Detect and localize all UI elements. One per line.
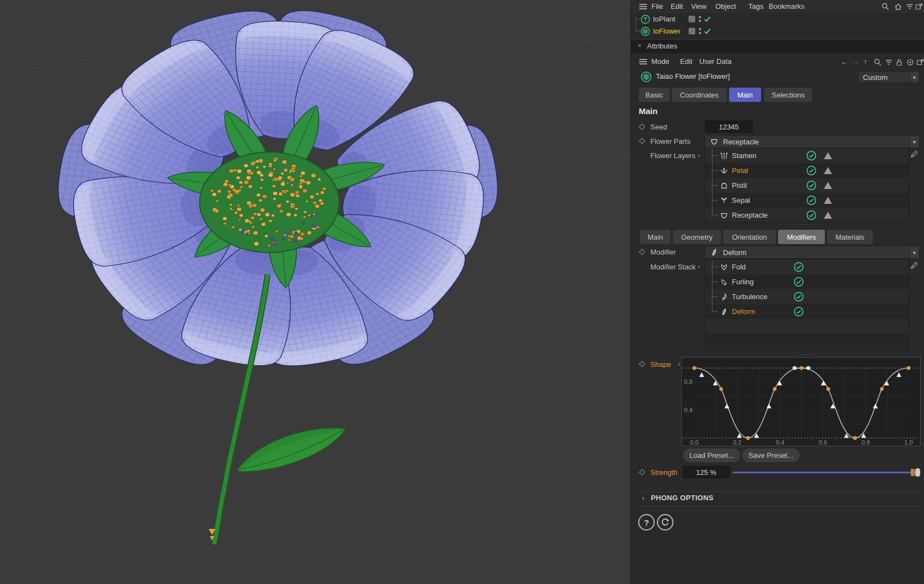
tab-basic[interactable]: Basic xyxy=(639,88,670,102)
help-button[interactable]: ? xyxy=(638,514,655,531)
menu-object[interactable]: Object xyxy=(715,2,736,10)
visibility-dots-icon[interactable] xyxy=(698,27,702,35)
enabled-check-icon[interactable] xyxy=(806,180,817,191)
layer-swatch-icon[interactable] xyxy=(688,15,695,23)
object-row-toplant[interactable]: toPlant xyxy=(631,13,924,25)
modifier-row-deform[interactable]: Deform xyxy=(705,304,909,319)
home-icon[interactable] xyxy=(894,2,903,11)
hamburger-menu-icon[interactable] xyxy=(639,3,648,10)
tab-selections[interactable]: Selections xyxy=(764,88,812,102)
tab-coordinates[interactable]: Coordinates xyxy=(672,88,727,102)
strength-slider-handle[interactable] xyxy=(911,469,915,476)
tab-modifiers[interactable]: Modifiers xyxy=(778,230,825,244)
stamen-icon xyxy=(720,152,729,160)
back-arrow-icon[interactable]: ← xyxy=(840,57,848,66)
svg-text:0.4: 0.4 xyxy=(684,407,692,413)
shape-curve-editor[interactable]: 0.80.40.00.20.40.60.81.0 xyxy=(681,357,921,446)
modifier-row-fold[interactable]: Fold xyxy=(705,259,909,274)
object-manager: toPlant toFlower xyxy=(631,13,924,39)
up-arrow-icon[interactable]: ↑ xyxy=(863,57,867,66)
search-icon[interactable] xyxy=(873,58,882,67)
lock-icon[interactable] xyxy=(895,58,904,67)
save-preset-button[interactable]: Save Preset... xyxy=(742,448,800,462)
menu-bookmarks[interactable]: Bookmarks xyxy=(769,2,805,10)
popout-icon[interactable] xyxy=(916,58,924,67)
panel-resize-handle[interactable]: ······ xyxy=(796,221,815,228)
menu-tags[interactable]: Tags xyxy=(748,2,763,10)
tab-materials[interactable]: Materials xyxy=(827,230,873,244)
modifier-dropdown[interactable]: Deform ▾ xyxy=(705,246,920,259)
menu-file[interactable]: File xyxy=(651,2,663,10)
menu-mode[interactable]: Mode xyxy=(651,57,670,66)
tab-main[interactable]: Main xyxy=(729,88,761,102)
chevron-right-icon[interactable]: › xyxy=(678,360,680,368)
modifier-row-furling[interactable]: Furling xyxy=(705,274,909,289)
enabled-check-icon[interactable] xyxy=(793,291,804,302)
modifier-row-turbulence[interactable]: Turbulence xyxy=(705,289,909,304)
object-name-selected[interactable]: toFlower xyxy=(653,27,681,35)
tab-geometry[interactable]: Geometry xyxy=(673,230,721,244)
object-row-toflower[interactable]: toFlower xyxy=(631,25,924,37)
solo-triangle-icon[interactable] xyxy=(823,196,833,204)
enabled-check-icon[interactable] xyxy=(703,27,711,35)
search-icon[interactable] xyxy=(881,2,890,11)
enabled-check-icon[interactable] xyxy=(793,277,804,287)
enabled-check-icon[interactable] xyxy=(806,210,817,220)
viewport-3d[interactable] xyxy=(0,0,631,584)
pencil-icon[interactable] xyxy=(910,149,919,159)
keyframe-diamond-icon[interactable] xyxy=(639,248,645,255)
layer-row-petal[interactable]: Petal xyxy=(705,163,909,178)
forward-arrow-icon[interactable]: → xyxy=(851,57,859,66)
close-icon[interactable]: × xyxy=(638,42,642,50)
solo-triangle-icon[interactable] xyxy=(823,181,833,190)
solo-triangle-icon[interactable] xyxy=(823,152,833,160)
strength-slider-knob[interactable] xyxy=(915,468,920,477)
tab-main2[interactable]: Main xyxy=(640,230,671,244)
layer-row-stamen[interactable]: Stamen xyxy=(705,148,909,163)
object-name[interactable]: toPlant xyxy=(653,15,675,23)
solo-triangle-icon[interactable] xyxy=(823,166,833,175)
chevron-right-icon[interactable]: › xyxy=(698,263,700,271)
preset-dropdown[interactable]: Custom ▾ xyxy=(858,71,920,83)
enabled-check-icon[interactable] xyxy=(703,15,711,23)
layer-row-receptacle[interactable]: Receptacle xyxy=(705,208,909,223)
keyframe-diamond-icon[interactable] xyxy=(639,138,645,144)
enabled-check-icon[interactable] xyxy=(806,165,817,176)
layer-row-pistil[interactable]: Pistil xyxy=(705,178,909,193)
popout-icon[interactable] xyxy=(915,2,923,11)
strength-slider[interactable] xyxy=(732,472,916,473)
enabled-check-icon[interactable] xyxy=(793,306,804,317)
flower-object-icon xyxy=(640,26,650,36)
flower-parts-dropdown[interactable]: Receptacle ▾ xyxy=(705,135,920,148)
reset-button[interactable] xyxy=(657,514,673,531)
keyframe-diamond-icon[interactable] xyxy=(639,361,645,367)
solo-triangle-icon[interactable] xyxy=(823,211,833,219)
filter-icon[interactable] xyxy=(884,58,893,67)
keyframe-diamond-icon[interactable] xyxy=(639,123,645,129)
modifier-stack-item: Turbulence xyxy=(732,293,768,301)
menu-user-data[interactable]: User Data xyxy=(699,57,732,66)
filter-icon[interactable] xyxy=(905,2,914,11)
phong-options-header[interactable]: PHONG OPTIONS xyxy=(651,494,714,502)
seed-label: Seed xyxy=(650,123,667,131)
menu-edit-attr[interactable]: Edit xyxy=(680,57,692,66)
chevron-right-icon[interactable]: › xyxy=(642,494,644,502)
menu-view[interactable]: View xyxy=(691,2,706,10)
svg-text:0.8: 0.8 xyxy=(862,439,870,446)
strength-input[interactable] xyxy=(682,466,730,478)
enabled-check-icon[interactable] xyxy=(806,150,817,161)
enabled-check-icon[interactable] xyxy=(793,262,804,272)
seed-input[interactable] xyxy=(705,121,753,133)
enabled-check-icon[interactable] xyxy=(806,195,817,206)
visibility-dots-icon[interactable] xyxy=(698,15,702,23)
pencil-icon[interactable] xyxy=(910,261,919,270)
load-preset-button[interactable]: Load Preset... xyxy=(683,448,740,462)
tab-orientation[interactable]: Orientation xyxy=(723,230,776,244)
hamburger-menu-icon[interactable] xyxy=(639,58,648,65)
layer-swatch-icon[interactable] xyxy=(688,28,695,35)
target-icon[interactable] xyxy=(906,58,915,67)
layer-row-sepal[interactable]: Sepal xyxy=(705,193,909,208)
menu-edit[interactable]: Edit xyxy=(671,2,683,10)
chevron-right-icon[interactable]: › xyxy=(698,152,700,159)
keyframe-diamond-icon[interactable] xyxy=(639,469,645,475)
